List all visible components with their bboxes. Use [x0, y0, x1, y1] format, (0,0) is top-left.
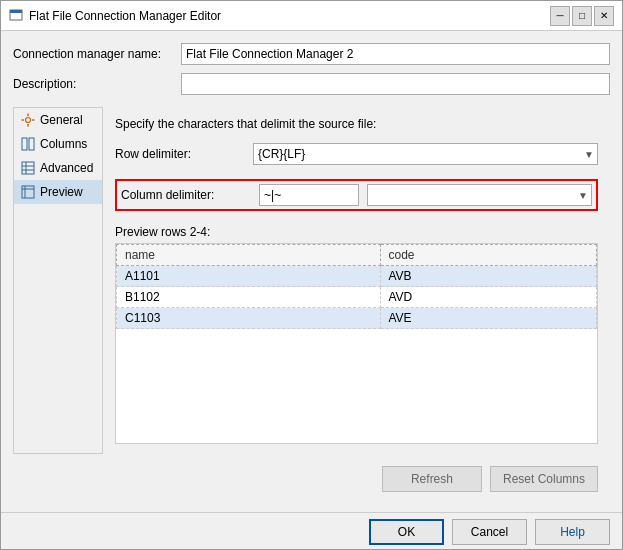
column-delimiter-select[interactable] [367, 184, 592, 206]
connection-name-label: Connection manager name: [13, 47, 173, 61]
svg-rect-4 [27, 124, 29, 127]
table-cell: C1103 [117, 308, 381, 329]
preview-table: name code A1101AVBB1102AVDC1103AVE [116, 244, 597, 329]
table-cell: AVD [380, 287, 597, 308]
col-header-code: code [380, 245, 597, 266]
table-cell: AVE [380, 308, 597, 329]
sidebar-advanced-label: Advanced [40, 161, 93, 175]
table-row: C1103AVE [117, 308, 597, 329]
cancel-button[interactable]: Cancel [452, 519, 527, 545]
svg-rect-3 [27, 114, 29, 117]
main-window: Flat File Connection Manager Editor ─ □ … [0, 0, 623, 550]
minimize-button[interactable]: ─ [550, 6, 570, 26]
refresh-button[interactable]: Refresh [382, 466, 482, 492]
title-bar: Flat File Connection Manager Editor ─ □ … [1, 1, 622, 31]
sidebar: General Columns [13, 107, 103, 454]
table-cell: A1101 [117, 266, 381, 287]
description-row: Description: [13, 73, 610, 95]
footer-buttons: OK Cancel Help [1, 512, 622, 549]
svg-rect-8 [29, 138, 34, 150]
preview-icon [20, 184, 36, 200]
table-row: A1101AVB [117, 266, 597, 287]
svg-rect-5 [22, 119, 25, 121]
reset-columns-button[interactable]: Reset Columns [490, 466, 598, 492]
main-panel: Specify the characters that delimit the … [103, 107, 610, 454]
svg-rect-9 [22, 162, 34, 174]
columns-icon [20, 136, 36, 152]
connection-name-row: Connection manager name: [13, 43, 610, 65]
column-delimiter-select-wrapper: ▼ [367, 184, 592, 206]
sidebar-preview-label: Preview [40, 185, 83, 199]
row-delimiter-select[interactable]: {CR}{LF} [253, 143, 598, 165]
close-button[interactable]: ✕ [594, 6, 614, 26]
svg-rect-1 [10, 10, 22, 13]
svg-rect-6 [32, 119, 35, 121]
svg-point-2 [26, 118, 31, 123]
sidebar-item-advanced[interactable]: Advanced [14, 156, 102, 180]
description-label: Description: [13, 77, 173, 91]
preview-table-wrapper: name code A1101AVBB1102AVDC1103AVE [115, 243, 598, 444]
col-header-name: name [117, 245, 381, 266]
row-delimiter-row: Row delimiter: {CR}{LF} ▼ [115, 143, 598, 165]
help-button[interactable]: Help [535, 519, 610, 545]
connection-name-input[interactable] [181, 43, 610, 65]
sidebar-item-general[interactable]: General [14, 108, 102, 132]
table-cell: AVB [380, 266, 597, 287]
table-cell: B1102 [117, 287, 381, 308]
preview-label: Preview rows 2-4: [115, 225, 598, 239]
advanced-icon [20, 160, 36, 176]
title-bar-left: Flat File Connection Manager Editor [9, 9, 221, 23]
sidebar-item-columns[interactable]: Columns [14, 132, 102, 156]
table-row: B1102AVD [117, 287, 597, 308]
preview-section: Preview rows 2-4: name code A1101AVBB110… [115, 225, 598, 444]
maximize-button[interactable]: □ [572, 6, 592, 26]
sidebar-item-preview[interactable]: Preview [14, 180, 102, 204]
column-delimiter-input[interactable] [259, 184, 359, 206]
ok-button[interactable]: OK [369, 519, 444, 545]
svg-rect-7 [22, 138, 27, 150]
description-input[interactable] [181, 73, 610, 95]
window-body: Connection manager name: Description: [1, 31, 622, 508]
column-delimiter-label: Column delimiter: [121, 188, 251, 202]
row-delimiter-label: Row delimiter: [115, 147, 245, 161]
sidebar-columns-label: Columns [40, 137, 87, 151]
section-title: Specify the characters that delimit the … [115, 117, 598, 131]
content-area: General Columns [13, 107, 610, 454]
svg-rect-13 [22, 186, 34, 198]
column-delimiter-row: Column delimiter: ▼ [115, 179, 598, 211]
window-icon [9, 9, 23, 23]
sidebar-general-label: General [40, 113, 83, 127]
window-title: Flat File Connection Manager Editor [29, 9, 221, 23]
action-row: Refresh Reset Columns [13, 462, 610, 496]
window-controls: ─ □ ✕ [550, 6, 614, 26]
gear-icon [20, 112, 36, 128]
row-delimiter-wrapper: {CR}{LF} ▼ [253, 143, 598, 165]
